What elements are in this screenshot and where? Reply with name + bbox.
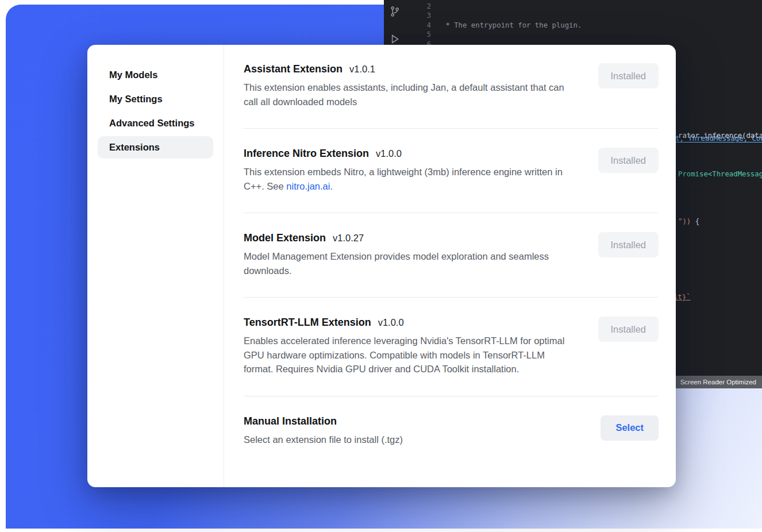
extension-title: Model Extension: [244, 232, 326, 244]
select-button[interactable]: Select: [601, 415, 659, 441]
extension-description: This extension embeds Nitro, a lightweig…: [244, 165, 576, 193]
line-numbers: 2 3 4 5 6: [405, 2, 431, 49]
extension-row: Inference Nitro Extensionv1.0.0 This ext…: [244, 128, 659, 213]
installed-button[interactable]: Installed: [598, 148, 659, 173]
source-control-icon: [389, 6, 401, 20]
installed-button[interactable]: Installed: [598, 317, 659, 342]
extension-row: TensortRT-LLM Extensionv1.0.0 Enables ac…: [244, 297, 659, 396]
page: 2 3 4 5 6 * The entrypoint for the plugi…: [0, 0, 762, 532]
manual-installation-title: Manual Installation: [244, 415, 337, 427]
sidebar-item-my-models[interactable]: My Models: [98, 64, 213, 86]
extension-title: Assistant Extension: [244, 63, 342, 75]
extension-row: Model Extensionv1.0.27 Model Management …: [244, 213, 659, 297]
extension-version: v1.0.1: [349, 64, 375, 74]
extension-title: Inference Nitro Extension: [244, 148, 369, 159]
extension-description: Model Management Extension provides mode…: [244, 249, 576, 277]
installed-button[interactable]: Installed: [598, 63, 659, 88]
manual-installation-row: Manual Installation Select an extension …: [244, 396, 659, 467]
extension-row: Assistant Extensionv1.0.1 This extension…: [244, 63, 659, 128]
sidebar-item-my-settings[interactable]: My Settings: [98, 88, 213, 110]
code-line-2: * The entrypoint for the plugin.: [441, 21, 762, 30]
manual-installation-description: Select an extension file to install (.tg…: [244, 433, 403, 447]
settings-sidebar: My Models My Settings Advanced Settings …: [87, 45, 224, 487]
sidebar-item-advanced-settings[interactable]: Advanced Settings: [98, 112, 213, 134]
code-fragment: rator.inference(data));: [678, 132, 762, 140]
extension-title: TensortRT-LLM Extension: [244, 317, 371, 328]
sidebar-item-extensions[interactable]: Extensions: [98, 136, 213, 159]
code-fragment: Promise<ThreadMessage>: [678, 170, 762, 178]
extension-description: Enables accelerated inference leveraging…: [244, 334, 576, 376]
extension-version: v1.0.27: [333, 233, 364, 243]
screen-reader-badge: Screen Reader Optimized: [675, 376, 762, 388]
extension-version: v1.0.0: [376, 148, 402, 159]
settings-modal: My Models My Settings Advanced Settings …: [87, 45, 676, 487]
code-fragment: ")) {: [678, 217, 699, 225]
nitro-jan-ai-link[interactable]: nitro.jan.ai.: [286, 181, 333, 191]
extensions-panel: Assistant Extensionv1.0.1 This extension…: [224, 45, 676, 487]
installed-button[interactable]: Installed: [598, 232, 659, 257]
extension-description: This extension enables assistants, inclu…: [244, 80, 576, 109]
code-fragment: it}`: [674, 293, 691, 301]
extension-version: v1.0.0: [378, 317, 404, 327]
